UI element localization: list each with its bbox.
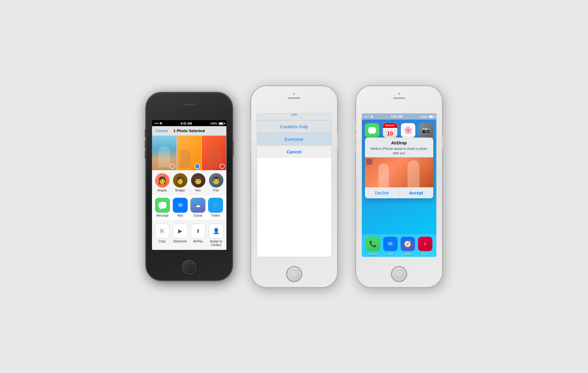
front-camera [188,99,190,101]
slideshow-icon: ▶ [173,224,188,238]
phone-2-top [288,93,300,99]
wifi-icon-3: ⌘ [370,115,373,118]
safari-dock-icon: 🧭 [401,237,415,251]
airdrop-cancel-button[interactable]: Cancel [257,145,331,158]
phone-2-screen: ••••• ⌘ 9:41 AM ✦ 100% [257,113,332,257]
contact-name-bridget: Bridget [175,189,185,192]
cal-date-3: 10 [383,131,397,137]
share-app-mail[interactable]: ✉ Mail [172,198,189,217]
front-camera-3 [398,93,400,95]
contacts-row: 👩 Angela 👩 Bridget 👨 Ken [152,170,226,195]
photo-strip: ✓ [152,136,226,170]
time-display: 9:41 AM [181,122,192,125]
action-copy[interactable]: ⎘ Copy [154,224,170,247]
notification-photo [365,157,433,187]
cancel-button[interactable]: Cancel [156,129,168,133]
mail-dock-icon: ✉ [383,237,398,251]
dock-safari[interactable]: 🧭 Safari [401,237,415,256]
home-button-3[interactable] [392,267,407,282]
select-overlay-2[interactable]: ✓ [195,164,200,169]
icloud-app-icon: ☁ [190,198,205,213]
background-detail [366,159,372,165]
signal-area-3: ••••• ⌘ [364,115,373,118]
home-button-2[interactable] [287,267,302,282]
select-overlay-3[interactable] [219,164,225,169]
dock-music[interactable]: ♪ Music [418,237,432,256]
battery-area: 100% [210,122,224,125]
avatar-bridget: 👩 [173,173,187,188]
share-app-message[interactable]: Message [154,198,171,217]
icloud-icon-glyph: ☁ [195,202,201,209]
icloud-label: iCloud [194,214,202,217]
notification-body: Mieko's iPhone wants to share a photo wi… [365,147,433,158]
contact-bridget[interactable]: 👩 Bridget [173,173,187,192]
status-bar-3: ••••• ⌘ 9:41 AM 100% [362,114,436,120]
home-button-1[interactable] [182,260,197,275]
notification-title: AirDrop [365,138,433,147]
twitter-app-icon: 🐦 [208,198,223,213]
share-app-twitter[interactable]: 🐦 Twitter [207,198,224,217]
battery-area-3: 100% [420,115,434,118]
contact-name-ken: Ken [196,189,201,192]
airplay-icon: ⬆ [191,224,206,238]
airdrop-everyone-option[interactable]: Everyone [257,133,331,145]
calendar-icon-3: Monday 10 [383,123,397,138]
avatar-fritz: 👨 [209,173,223,188]
contact-name-angela: Angela [157,189,167,192]
action-slideshow[interactable]: ▶ Slideshow [172,224,188,247]
earpiece [183,104,195,105]
home-button-inner-3 [395,270,403,278]
phone-3-light: ••••• ⌘ 9:41 AM 100% Messages [356,86,443,288]
airplay-icon-glyph: ⬆ [196,228,200,234]
photo-thumb-2[interactable]: ✓ [177,136,201,170]
safari-icon-glyph: 🧭 [404,240,411,247]
share-actions-row: ⎘ Copy ▶ Slideshow ⬆ AirPlay [152,221,226,250]
dock-music-label: Music [422,253,429,256]
message-label: Message [157,214,169,217]
decline-button[interactable]: Decline [365,188,399,198]
dock-3: 📞 Phone ✉ Mail 🧭 Safari [362,235,436,257]
status-bar-1: ••••• ⌘ 9:41 AM 100% [152,120,226,126]
contact-ken[interactable]: 👨 Ken [191,173,205,192]
dock-mail[interactable]: ✉ Mail [383,237,398,256]
airdrop-notification: AirDrop Mieko's iPhone wants to share a … [365,138,433,199]
phone-2-light: ••••• ⌘ 9:41 AM ✦ 100% [251,86,338,288]
dock-safari-label: Safari [404,253,411,256]
airdrop-off-option[interactable]: Off [257,113,331,120]
mail-icon-glyph: ✉ [178,202,183,209]
copy-label: Copy [159,240,166,243]
mail-icon-glyph-dock: ✉ [388,241,392,247]
battery-fill [219,123,223,124]
action-assign[interactable]: 👤 Assign toContact [208,224,224,247]
contact-fritz[interactable]: 👨 Fritz [209,173,223,192]
camera-glyph-3: 📷 [422,126,430,134]
phone-dock-icon: 📞 [366,237,380,251]
home-button-inner-1 [185,263,193,271]
dock-phone[interactable]: 📞 Phone [366,237,380,256]
share-apps-row: Message ✉ Mail ☁ iCloud 🐦 [152,195,226,221]
assign-label: Assign toContact [210,240,222,247]
face-ken: 👨 [191,173,205,188]
control-center-overlay: ⌃ ✈ ◈ ✦ ☾ ⟳ ☼ ☀ [257,113,331,158]
photo-thumb-3[interactable] [202,136,226,170]
person-2-silhouette [407,160,419,187]
photo-thumb-1[interactable] [152,136,176,170]
signal-dots: ••••• [154,122,159,125]
assign-icon-glyph: 👤 [213,228,219,234]
face-angela: 👩 [155,173,169,188]
twitter-icon-glyph: 🐦 [212,202,219,209]
face-fritz: 👨 [209,173,223,188]
phone-3-screen: ••••• ⌘ 9:41 AM 100% Messages [362,113,437,257]
slideshow-label: Slideshow [173,240,187,243]
airdrop-contacts-option[interactable]: Contacts Only [257,120,331,133]
share-app-icloud[interactable]: ☁ iCloud [190,198,206,217]
action-airplay[interactable]: ⬆ AirPlay [190,224,206,247]
face-bridget: 👩 [173,173,187,188]
accept-button[interactable]: Accept [399,188,433,198]
share-header: Cancel 1 Photo Selected [152,126,226,136]
select-overlay-1[interactable] [170,164,175,169]
contact-angela[interactable]: 👩 Angela [155,173,169,192]
share-title: 1 Photo Selected [173,129,205,133]
slideshow-icon-glyph: ▶ [178,228,182,234]
phone-icon-glyph: 📞 [369,240,377,247]
